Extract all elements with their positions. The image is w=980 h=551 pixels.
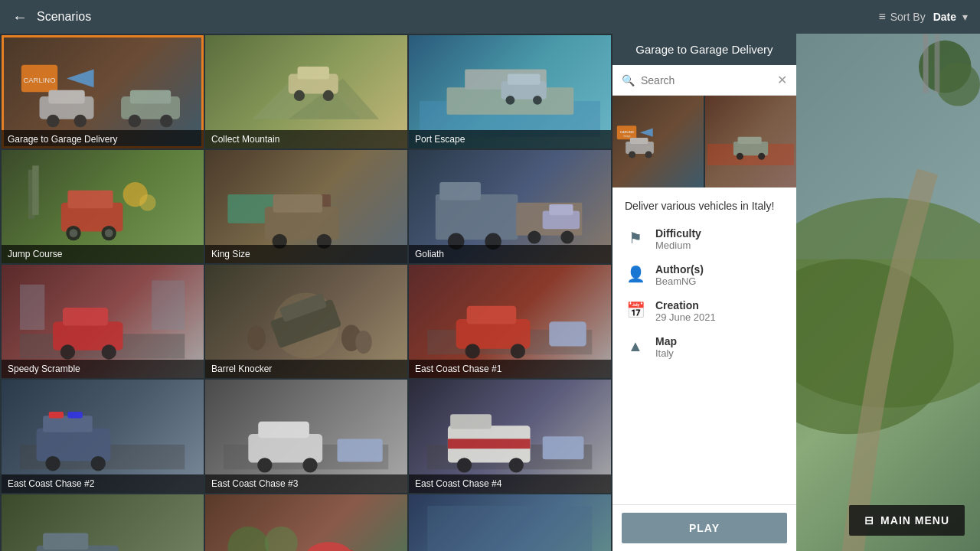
svg-rect-73 xyxy=(49,412,64,419)
svg-point-33 xyxy=(139,194,156,211)
svg-rect-37 xyxy=(273,194,323,213)
play-button[interactable]: PLAY xyxy=(622,513,787,543)
svg-point-6 xyxy=(74,115,87,128)
page-title: Scenarios xyxy=(37,10,878,24)
svg-point-45 xyxy=(528,230,541,243)
svg-point-94 xyxy=(265,527,298,551)
difficulty-label: Difficulty xyxy=(655,227,701,240)
svg-point-61 xyxy=(248,325,266,350)
svg-rect-121 xyxy=(923,34,929,93)
difficulty-icon: ⚑ xyxy=(625,227,646,249)
scenario-label-goliath: Goliath xyxy=(409,245,611,263)
scenario-description: Deliver various vehicles in Italy! xyxy=(625,200,784,212)
sort-area[interactable]: ≡ Sort By Date ▾ xyxy=(878,10,968,24)
svg-point-23 xyxy=(533,96,542,105)
svg-point-115 xyxy=(758,153,765,160)
svg-point-60 xyxy=(356,331,373,354)
scenario-item-ec4[interactable]: East Coast Chase #4 xyxy=(409,380,611,493)
scenario-label-speedy: Speedy Scramble xyxy=(2,360,204,378)
svg-point-29 xyxy=(70,229,78,237)
svg-rect-4 xyxy=(48,90,84,104)
back-button[interactable]: ← xyxy=(12,8,28,26)
svg-text:Garage: Garage xyxy=(623,135,631,138)
svg-point-16 xyxy=(322,90,333,101)
svg-rect-108 xyxy=(630,138,648,144)
scenario-label-ec4: East Coast Chase #4 xyxy=(409,474,611,493)
scenario-label-garage: Garage to Garage Delivery xyxy=(2,130,204,148)
svg-rect-51 xyxy=(63,308,108,326)
difficulty-value: Medium xyxy=(655,240,701,251)
scenario-item-port[interactable]: Port Escape xyxy=(409,35,611,148)
main-menu-icon: ⊟ xyxy=(864,514,874,527)
detail-search-area: 🔍 ✕ xyxy=(612,65,796,96)
svg-point-110 xyxy=(645,151,652,158)
scenario-label-ec1: East Coast Chase #1 xyxy=(409,360,611,378)
scenario-item-collect[interactable]: Collect Mountain xyxy=(205,35,407,148)
authors-icon: 👤 xyxy=(625,263,646,285)
scenarios-grid: CARLINO Garage t xyxy=(0,34,612,551)
svg-rect-74 xyxy=(68,412,83,419)
svg-rect-80 xyxy=(338,439,383,461)
search-input[interactable] xyxy=(641,74,777,86)
scenario-item-goliath[interactable]: Goliath xyxy=(409,150,611,263)
scenario-label-port: Port Escape xyxy=(409,130,611,148)
scenario-item-speedy[interactable]: Speedy Scramble xyxy=(2,265,204,378)
scenario-item-king[interactable]: King Size xyxy=(205,150,407,263)
svg-point-53 xyxy=(102,344,116,359)
header: ← Scenarios ≡ Sort By Date ▾ xyxy=(0,0,980,34)
svg-rect-54 xyxy=(20,285,44,330)
scenario-item-garage[interactable]: CARLINO Garage t xyxy=(2,35,204,148)
scenario-item-extra2[interactable] xyxy=(205,494,407,551)
map-row: ▲ Map Italy xyxy=(625,335,784,359)
svg-point-9 xyxy=(128,115,141,128)
authors-label: Author(s) xyxy=(655,263,704,276)
detail-image-right xyxy=(705,96,796,187)
svg-point-22 xyxy=(505,96,514,105)
svg-point-31 xyxy=(105,229,113,237)
svg-rect-25 xyxy=(33,165,40,215)
main-menu-label: MAIN MENU xyxy=(880,514,949,527)
game-background: ⊟ MAIN MENU xyxy=(796,34,980,551)
creation-label: Creation xyxy=(655,299,716,311)
svg-point-109 xyxy=(629,151,635,158)
scenario-item-jump[interactable]: Jump Course xyxy=(2,150,204,263)
scenario-grid-container: CARLINO Garage t xyxy=(0,34,612,551)
svg-point-114 xyxy=(737,153,743,160)
svg-point-71 xyxy=(46,456,60,471)
svg-rect-70 xyxy=(44,416,93,432)
scenario-item-barrel[interactable]: Barrel Knocker xyxy=(205,265,407,378)
svg-rect-99 xyxy=(427,506,592,551)
svg-marker-2 xyxy=(67,69,94,87)
main-menu-button[interactable]: ⊟ MAIN MENU xyxy=(849,505,965,536)
svg-rect-21 xyxy=(507,73,540,84)
svg-text:CARLINO: CARLINO xyxy=(620,130,634,134)
scenario-item-extra1[interactable]: filehorse.com xyxy=(2,494,204,551)
svg-rect-84 xyxy=(448,439,531,448)
scenario-label-king: King Size xyxy=(205,245,407,263)
svg-rect-122 xyxy=(935,34,940,93)
scenario-item-extra3[interactable] xyxy=(409,494,611,551)
map-label: Map xyxy=(655,335,677,347)
scenario-label-ec3: East Coast Chase #3 xyxy=(205,474,407,493)
svg-rect-64 xyxy=(467,306,517,324)
scenario-item-ec1[interactable]: East Coast Chase #1 xyxy=(409,265,611,378)
play-area: PLAY xyxy=(612,504,796,551)
chevron-down-icon: ▾ xyxy=(962,11,968,23)
sort-value: Date xyxy=(933,11,956,23)
svg-marker-106 xyxy=(640,128,653,136)
svg-rect-67 xyxy=(550,321,586,346)
svg-point-72 xyxy=(91,456,106,471)
svg-rect-40 xyxy=(436,194,518,240)
svg-point-52 xyxy=(60,344,75,359)
scenario-label-barrel: Barrel Knocker xyxy=(205,360,407,378)
scenario-item-ec3[interactable]: East Coast Chase #3 xyxy=(205,380,407,493)
scenario-item-ec2[interactable]: East Coast Chase #2 xyxy=(2,380,204,493)
main-area: CARLINO Garage t xyxy=(0,34,980,551)
svg-rect-90 xyxy=(44,533,89,549)
svg-point-79 xyxy=(303,458,318,472)
svg-point-96 xyxy=(306,542,352,551)
close-icon[interactable]: ✕ xyxy=(777,73,787,87)
svg-point-66 xyxy=(511,344,525,358)
svg-point-5 xyxy=(47,115,60,128)
map-icon: ▲ xyxy=(625,335,646,357)
